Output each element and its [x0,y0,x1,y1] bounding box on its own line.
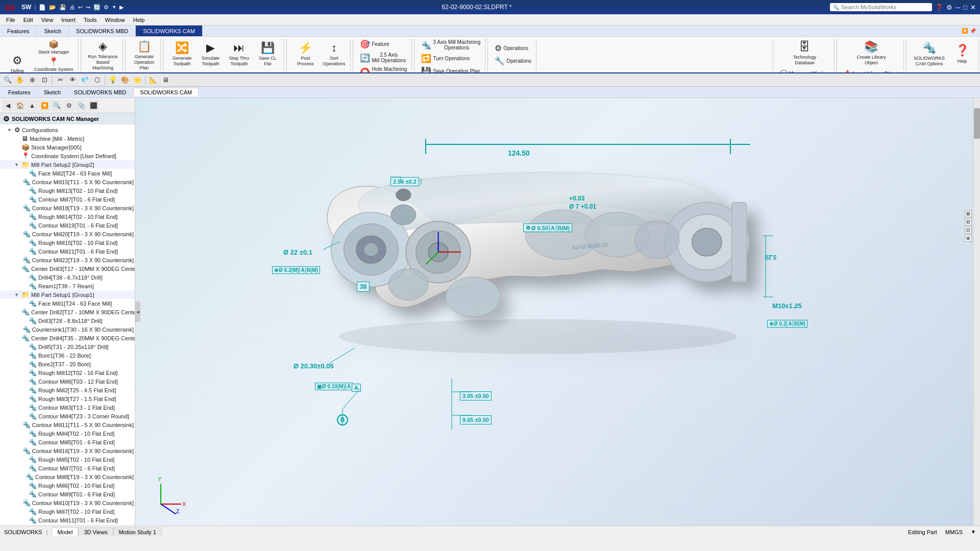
tree-rough6[interactable]: 🔩 Rough Mill6[T02 - 10 Flat End] [0,481,135,490]
view-light-btn[interactable]: 💡 [107,74,118,86]
post-process-button[interactable]: ⚡ PostProcess [292,40,318,68]
quick-access-arrow[interactable]: ▶ [119,4,124,11]
tree-contour11b[interactable]: 🔩 Contour Mill11[T01 - 6 Flat End] [0,516,135,524]
tree-contour8[interactable]: 🔩 Contour Mill8[T19 - 3 X 90 Countersink… [0,472,135,481]
panel-options-btn[interactable]: 📎 [76,100,87,111]
tree-drill5[interactable]: 🔩 Drill5[T31 - 20.25x118° Drill] [0,342,135,351]
tree-contour18[interactable]: 🔩 Contour Mill18[T19 - 3 X 90 Countersin… [0,204,135,212]
ftab-sw-cam[interactable]: SOLIDWORKS CAM [133,88,199,96]
view-expand-btn2[interactable]: ⊟ [965,218,972,226]
2-5-axis-button[interactable]: 🔄 2.5 AxisMill Operations [358,52,407,64]
tab-features[interactable]: Features [0,26,37,36]
panel-settings-btn[interactable]: ⚙ [63,100,75,111]
create-lib-button[interactable]: 📚 Create LibraryObject [854,39,888,67]
tree-facemill1[interactable]: 🔩 Face Mill1[T24 - 63 Face Mill] [0,299,135,308]
min-btn[interactable]: ─ [955,4,960,11]
tree-contour3[interactable]: 🔩 Contour Mill3[T13 - 1 Flat End] [0,403,135,412]
view-expand-btn1[interactable]: ⊞ [965,210,972,217]
tree-rough12[interactable]: 🔩 Rough Mill12[T02 - 16 Flat End] [0,368,135,377]
quick-access-chevron[interactable]: ▼ [112,5,116,10]
options-btn[interactable]: ⚙ [946,4,952,11]
tab-sw-mbd[interactable]: SOLIDWORKS MBD [69,26,136,36]
operations2-button[interactable]: 🔧 Operations [493,56,533,66]
quick-access-new[interactable]: 📄 [39,4,46,11]
view-render-btn[interactable]: 🌟 [132,74,143,86]
tab-motion-study[interactable]: Motion Study 1 [113,528,162,536]
view-hide-btn[interactable]: 👁 [67,74,78,86]
units-chevron[interactable]: ▼ [971,529,976,535]
view-expand-btn4[interactable]: ⊗ [965,235,972,242]
quick-access-rebuild[interactable]: 🔄 [93,4,101,11]
tree-rough14[interactable]: 🔩 Rough Mill14[T02 - 10 Flat End] [0,212,135,221]
restore-btn[interactable]: □ [963,4,967,11]
panel-expand-btn[interactable]: ⬛ [88,100,99,111]
tree-contour19[interactable]: 🔩 Contour Mill19[T01 - 6 Flat End] [0,221,135,230]
hole-machining-button[interactable]: ⭕ Hole MachiningOperations [358,66,408,72]
3d-viewport[interactable]: 62-02-9000-02 124.50 +0.03Ø 7 +0.01 ⊕ Ø … [135,98,980,525]
v-scrollbar[interactable] [973,98,980,525]
tech-db-button[interactable]: 🗄 TechnologyDatabase [791,39,819,67]
mysw-search[interactable]: 🔍 [830,3,932,11]
ftab-sw-mbd[interactable]: SOLIDWORKS MBD [68,88,132,96]
tree-contour4[interactable]: 🔩 Contour Mill4[T23 - 3 Corner Round] [0,412,135,420]
view-wireframe-btn[interactable]: ⬡ [91,74,103,86]
turn-ops-button[interactable]: 🔁 Turn Operations [420,53,471,64]
save-op-plan-button[interactable]: 💾 Save Operation Plan [420,66,481,72]
simulate-toolpath-button[interactable]: ▶ SimulateToolpath [197,40,224,68]
ftab-sketch[interactable]: Sketch [37,88,67,96]
3-axis-button[interactable]: 🔩 3 Axis Mill MachiningOperations [420,39,482,51]
generate-op-plan-button[interactable]: 📋 GenerateOperationPlan [131,39,157,72]
tree-contour21[interactable]: 🔩 Contour Mill21[T01 - 6 Flat End] [0,247,135,256]
quick-access-print[interactable]: 🖨 [69,4,75,10]
view-shaded-btn[interactable]: 💎 [79,74,90,86]
tree-bore1[interactable]: 🔩 Bore1[T36 - 22 Bore] [0,351,135,360]
tree-drill4[interactable]: 🔩 Drill4[T38 - 6.7x118° Drill] [0,273,135,282]
tree-centerdrill2[interactable]: 🔩 Center Drill2[T17 - 10MM X 90DEG Cente… [0,308,135,316]
menu-file[interactable]: File [2,16,19,24]
tree-rough5[interactable]: 🔩 Rough Mill5[T02 - 10 Flat End] [0,455,135,464]
view-section-btn[interactable]: ✂ [55,74,66,86]
panel-back-btn[interactable]: ◀ [2,100,13,111]
menu-view[interactable]: View [37,16,58,24]
tree-configurations[interactable]: ▼ ⚙ Configurations [0,126,135,134]
tree-contour6[interactable]: 🔩 Contour Mill6[T03 - 12 Flat End] [0,377,135,386]
tree-stock[interactable]: 📦 Stock Manager[005] [0,143,135,152]
view-zoom-btn[interactable]: ⊕ [27,74,38,86]
ftab-features[interactable]: Features [2,88,36,96]
tree-centerdrill4[interactable]: 🔩 Center Drill4[T35 - 20MM X 90DEG Cente… [0,334,135,342]
mysw-search-input[interactable] [841,4,923,10]
tab-sketch[interactable]: Sketch [37,26,69,36]
coord-system-button[interactable]: 📍 Coordinate System [33,56,75,72]
feature-button[interactable]: 🎯 Feature [358,39,390,49]
view-rotate-btn[interactable]: 🔍 [2,74,13,86]
tree-contour20[interactable]: 🔩 Contour Mill20[T19 - 3 X 90 Countersin… [0,230,135,238]
step-thru-toolpath-button[interactable]: ⏭ Step ThruToolpath [226,40,252,68]
tree-countersink1[interactable]: 🔩 Countersink1[T30 - 16 X 90 Countersink… [0,325,135,334]
tree-contour5[interactable]: 🔩 Contour Mill5[T01 - 6 Flat End] [0,438,135,446]
panel-search-btn[interactable]: 🔍 [51,100,62,111]
quick-access-undo[interactable]: ↩ [78,4,83,11]
quick-access-save[interactable]: 💾 [59,4,66,11]
tree-coord[interactable]: 📍 Coordinate System [User Defined] [0,152,135,160]
panel-filter-btn[interactable]: 🔽 [39,100,50,111]
view-expand-btn3[interactable]: ⊡ [965,227,972,234]
view-display-btn[interactable]: 🖥 [160,74,171,86]
define-machine-button[interactable]: ⚙ DefineMachine [4,53,31,72]
panel-up-btn[interactable]: ▲ [27,100,38,111]
tree-ream1[interactable]: 🔩 Ream1[T39 - 7 Ream] [0,282,135,290]
quick-access-options[interactable]: ⚙ [104,4,109,11]
tree-machine[interactable]: 🖥 Machine [Mill - Metric] [0,134,135,143]
view-color-btn[interactable]: 🎨 [119,74,131,86]
tree-facemill2[interactable]: 🔩 Face Mill2[T24 - 63 Face Mill] [0,169,135,178]
tree-contour16[interactable]: 🔩 Contour Mill16[T19 - 3 X 90 Countersin… [0,446,135,455]
tree-contour22[interactable]: 🔩 Contour Mill22[T19 - 3 X 90 Countersin… [0,256,135,264]
view-3d-btn[interactable]: 📐 [148,74,159,86]
tree-contour7b[interactable]: 🔩 Contour Mill7[T01 - 6 Flat End] [0,464,135,472]
view-fit-btn[interactable]: ⊡ [39,74,50,86]
stock-manager-button[interactable]: 📦 Stock Manager [33,39,75,55]
save-cl-button[interactable]: 💾 Save CLFile [254,40,281,68]
tab-sw-cam[interactable]: SOLIDWORKS CAM [136,26,203,36]
menu-window[interactable]: Window [101,16,129,24]
run-tolerance-button[interactable]: ◈ Run ToleranceBasedMachining [86,39,120,72]
tree-contour10[interactable]: 🔩 Contour Mill10[T19 - 3 X 90 Countersin… [0,498,135,507]
